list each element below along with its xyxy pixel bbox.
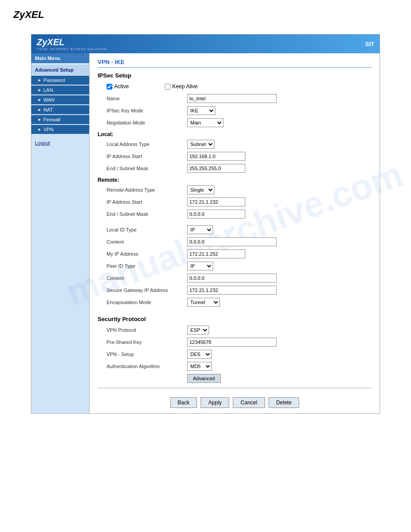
sidebar-item-label-firewall: Firewall [43, 117, 60, 122]
sidebar-item-firewall[interactable]: ► Firewall [31, 115, 89, 124]
form-content: VPN - IKE IPSec Setup Active Keep Alive [98, 59, 372, 408]
remote-ip-start-control [187, 197, 372, 206]
encapsulation-mode-control: Tunnel Transport [187, 298, 372, 307]
arrow-icon: ► [38, 88, 42, 92]
header-logo-area: ZyXEL Total Internet Access Solution [37, 37, 107, 51]
remote-address-type-row: Remote Address Type Single Range Subnet [98, 185, 372, 195]
ipsec-key-mode-control: IKE Manual [187, 106, 372, 115]
apply-button[interactable]: Apply [201, 397, 229, 408]
pre-shared-key-label: Pre-Shared Key [98, 339, 187, 345]
security-protocol-heading: Security Protocol [98, 316, 372, 322]
local-address-type-select[interactable]: Single Range Subnet [187, 140, 214, 149]
local-content-row: Content [98, 237, 372, 247]
remote-end-mask-control [187, 210, 372, 219]
vpn-setup-row: VPN - Setup DES 3DES AES [98, 349, 372, 359]
my-ip-label: My IP Address [98, 251, 187, 257]
sidebar-item-password[interactable]: ► Password [31, 76, 89, 85]
pre-shared-key-input[interactable] [187, 338, 277, 347]
local-end-mask-label: End / Subnet Mask [98, 166, 187, 171]
secure-gw-input[interactable] [187, 286, 277, 295]
sidebar-item-label-nat: NAT [43, 107, 53, 112]
ipsec-key-mode-label: IPSec Key Mode [98, 108, 187, 113]
top-logo-area: ZyXEL [0, 0, 411, 30]
local-heading: Local: [98, 131, 372, 137]
local-end-mask-control [187, 164, 372, 173]
ipsec-key-mode-select[interactable]: IKE Manual [187, 106, 215, 115]
peer-id-type-control: IP DNS E-mail [187, 262, 372, 270]
top-logo-text: ZyXEL [13, 9, 44, 20]
header-logo-sub: Total Internet Access Solution [37, 47, 107, 51]
ipsec-setup-heading: IPSec Setup [98, 72, 372, 79]
negotiation-mode-select[interactable]: Main Aggressive [187, 118, 223, 127]
secure-gw-label: Secure Gateway IP Address [98, 287, 187, 293]
local-id-type-row: Local ID Type IP DNS E-mail [98, 225, 372, 235]
my-ip-control [187, 249, 372, 258]
remote-ip-start-row: IP Address Start [98, 197, 372, 207]
vpn-protocol-label: VPN Protocol [98, 327, 187, 333]
advanced-button[interactable]: Advanced [187, 374, 221, 383]
bottom-divider [98, 388, 372, 388]
name-label: Name [98, 96, 187, 101]
sidebar-item-nat[interactable]: ► NAT [31, 105, 89, 114]
sidebar-main-menu[interactable]: Main Menu [31, 53, 89, 63]
main-content: manualsarchive.com VPN - IKE IPSec Setup… [90, 53, 380, 413]
vpn-protocol-select[interactable]: ESP AH [187, 326, 209, 335]
local-content-control [187, 237, 372, 246]
peer-content-input[interactable] [187, 274, 277, 283]
peer-content-control [187, 274, 372, 283]
ipsec-key-mode-row: IPSec Key Mode IKE Manual [98, 106, 372, 116]
local-id-type-select[interactable]: IP DNS E-mail [187, 225, 213, 234]
vpn-setup-select[interactable]: DES 3DES AES [187, 350, 212, 359]
local-end-mask-row: End / Subnet Mask [98, 163, 372, 173]
sidebar: Main Menu Advanced Setup ► Password ► LA… [31, 53, 90, 413]
sidebar-item-label-password: Password [43, 77, 65, 83]
keep-alive-checkbox[interactable] [165, 84, 171, 90]
button-row: Back Apply Cancel Delete [98, 394, 372, 408]
name-row: Name [98, 94, 372, 103]
remote-end-mask-row: End / Subnet Mask [98, 209, 372, 219]
header-logo: ZyXEL [37, 37, 107, 47]
secure-gw-control [187, 286, 372, 295]
arrow-icon: ► [38, 98, 42, 102]
sidebar-section-advanced-setup: Advanced Setup [31, 65, 89, 75]
remote-end-mask-input[interactable] [187, 210, 245, 219]
sidebar-item-vpn[interactable]: ► VPN [31, 125, 89, 134]
auth-algo-row: Authentication Algorithm MD5 SHA1 [98, 361, 372, 371]
local-content-label: Content [98, 239, 187, 245]
encapsulation-mode-select[interactable]: Tunnel Transport [187, 298, 220, 307]
delete-button[interactable]: Delete [269, 397, 300, 408]
arrow-icon: ► [38, 107, 42, 112]
peer-id-type-row: Peer ID Type IP DNS E-mail [98, 261, 372, 271]
my-ip-row: My IP Address [98, 249, 372, 259]
local-end-mask-input[interactable] [187, 164, 245, 173]
negotiation-mode-label: Negotiation Mode [98, 120, 187, 125]
local-ip-start-control [187, 152, 372, 161]
auth-algo-select[interactable]: MD5 SHA1 [187, 362, 212, 371]
vpn-setup-control: DES 3DES AES [187, 350, 372, 359]
local-ip-start-label: IP Address Start [98, 154, 187, 159]
remote-ip-start-label: IP Address Start [98, 199, 187, 205]
local-address-type-control: Single Range Subnet [187, 140, 372, 149]
peer-id-type-select[interactable]: IP DNS E-mail [187, 262, 213, 270]
negotiation-mode-control: Main Aggressive [187, 118, 372, 127]
main-container: ZyXEL Total Internet Access Solution SIT… [31, 34, 380, 414]
local-content-input[interactable] [187, 237, 277, 246]
encapsulation-mode-row: Encapsulation Mode Tunnel Transport [98, 297, 372, 307]
my-ip-input[interactable] [187, 249, 245, 258]
local-id-type-control: IP DNS E-mail [187, 225, 372, 234]
encapsulation-mode-label: Encapsulation Mode [98, 300, 187, 305]
back-button[interactable]: Back [170, 397, 197, 408]
local-ip-start-input[interactable] [187, 152, 245, 161]
cancel-button[interactable]: Cancel [233, 397, 265, 408]
remote-address-type-select[interactable]: Single Range Subnet [187, 185, 214, 194]
sidebar-item-wan[interactable]: ► WAN [31, 95, 89, 104]
sidebar-logout[interactable]: Logout [31, 137, 89, 148]
remote-ip-start-input[interactable] [187, 197, 245, 206]
header-sit-label: SIT [365, 41, 374, 47]
negotiation-mode-row: Negotiation Mode Main Aggressive [98, 118, 372, 128]
active-checkbox[interactable] [107, 84, 112, 90]
remote-end-mask-label: End / Subnet Mask [98, 211, 187, 217]
sidebar-item-lan[interactable]: ► LAN [31, 86, 89, 94]
pre-shared-key-control [187, 338, 372, 347]
name-input[interactable] [187, 94, 277, 103]
